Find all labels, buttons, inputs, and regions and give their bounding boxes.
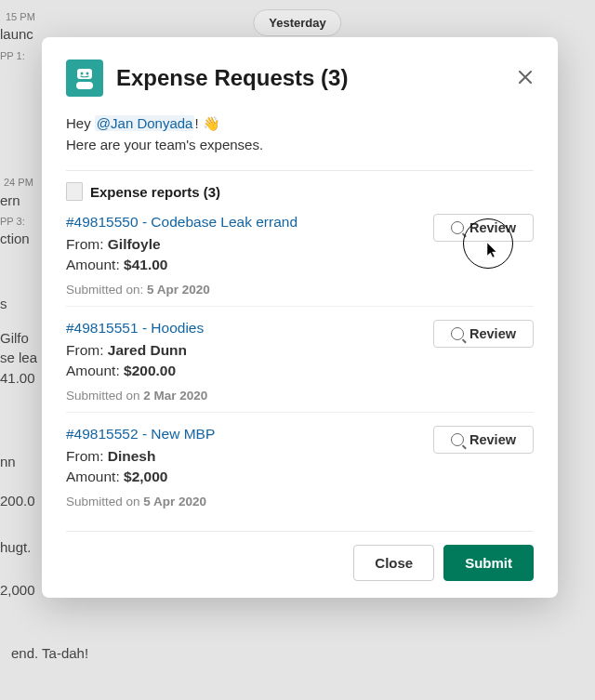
greeting-prefix: Hey [66, 115, 95, 131]
svg-point-1 [81, 73, 84, 75]
submit-button[interactable]: Submit [443, 545, 534, 581]
report-amount: Amount: $41.00 [66, 257, 433, 273]
report-amount: Amount: $200.00 [66, 363, 433, 379]
expense-requests-modal: Expense Requests (3) Hey @Jan Donyada! 👋… [42, 37, 558, 598]
greeting-line2: Here are your team's expenses. [66, 137, 263, 152]
report-from: From: Jared Dunn [66, 342, 433, 359]
greeting-text: Hey @Jan Donyada! 👋 Here are your team's… [66, 113, 534, 155]
report-amount: Amount: $2,000 [66, 469, 433, 485]
expense-report: #49815552 - New MBP From: Dinesh Amount:… [66, 412, 534, 510]
magnifier-icon [451, 221, 464, 234]
modal-footer: Close Submit [66, 531, 534, 581]
modal-title: Expense Requests (3) [116, 65, 504, 91]
report-title-link[interactable]: #49815551 - Hoodies [66, 320, 433, 337]
close-icon[interactable] [517, 69, 534, 88]
section-header: Expense reports (3) [66, 182, 534, 201]
close-button[interactable]: Close [353, 545, 434, 581]
magnifier-icon [451, 433, 464, 446]
greeting-suffix: ! 👋 [194, 115, 219, 131]
expense-report: #49815551 - Hoodies From: Jared Dunn Amo… [66, 306, 534, 404]
review-button[interactable]: Review [433, 320, 534, 348]
bot-avatar-icon [66, 59, 103, 97]
report-submitted: Submitted on 5 Apr 2020 [66, 495, 534, 508]
report-from: From: Gilfoyle [66, 236, 433, 253]
report-title-link[interactable]: #49815550 - Codebase Leak errand [66, 214, 433, 231]
review-button[interactable]: Review [433, 426, 534, 454]
report-title-link[interactable]: #49815552 - New MBP [66, 426, 433, 442]
section-header-label: Expense reports (3) [90, 184, 220, 200]
magnifier-icon [451, 327, 464, 340]
svg-rect-3 [76, 82, 93, 89]
modal-header: Expense Requests (3) [66, 59, 534, 97]
review-button[interactable]: Review [433, 214, 534, 242]
divider [66, 170, 534, 171]
user-mention[interactable]: @Jan Donyada [95, 115, 195, 131]
expense-report: #49815550 - Codebase Leak errand From: G… [66, 208, 534, 298]
report-submitted: Submitted on: 5 Apr 2020 [66, 283, 534, 297]
report-submitted: Submitted on 2 Mar 2020 [66, 389, 534, 403]
svg-point-2 [86, 73, 89, 75]
document-icon [66, 182, 83, 201]
report-from: From: Dinesh [66, 448, 433, 465]
